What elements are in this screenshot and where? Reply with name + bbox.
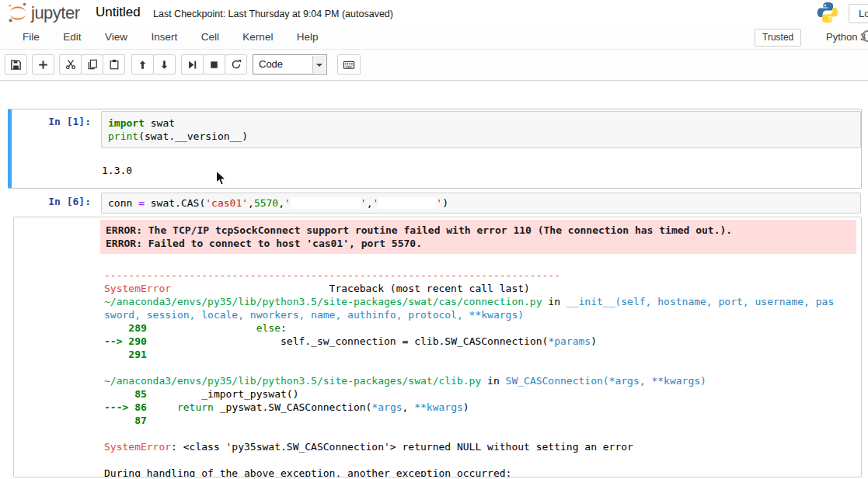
menu-help[interactable]: Help — [287, 26, 329, 48]
kernel-status-icon — [862, 30, 868, 42]
keyboard-icon — [343, 59, 355, 71]
input-prompt: In [1]: — [31, 116, 91, 127]
insert-cell-below-button[interactable] — [32, 54, 54, 75]
step-forward-icon — [187, 60, 197, 70]
chevron-down-icon — [312, 56, 326, 73]
mouse-cursor — [215, 170, 227, 187]
menu-kernel[interactable]: Kernel — [232, 26, 283, 48]
paste-icon — [109, 59, 120, 70]
toolbar: Code — [0, 50, 868, 81]
input-prompt: In [6]: — [31, 196, 91, 207]
output-scroll-area[interactable]: ERROR: The TCP/IP tcpSockConnect support… — [13, 217, 862, 477]
cut-cell-button[interactable] — [59, 54, 82, 75]
code-cell-input[interactable]: import swatprint(swat.__version__) — [101, 111, 861, 148]
menu-file[interactable]: File — [12, 26, 50, 48]
notebook-title[interactable]: Untitled — [96, 5, 141, 20]
python-logo-icon — [816, 1, 839, 24]
menu-edit[interactable]: Edit — [53, 26, 91, 48]
floppy-icon — [10, 59, 22, 71]
arrow-down-icon — [159, 60, 169, 70]
trusted-badge[interactable]: Trusted — [755, 29, 801, 47]
traceback-output: ----------------------------------------… — [104, 269, 856, 477]
cell-type-select[interactable]: Code — [253, 54, 327, 75]
menu-bar: File Edit View Insert Cell Kernel Help T… — [0, 26, 868, 50]
refresh-icon — [231, 59, 242, 70]
stop-icon — [209, 60, 219, 70]
jupyter-logo-icon — [8, 2, 28, 23]
code-editor: conn = swat.CAS('cas01',5570,'','') — [108, 196, 854, 210]
header: jupyter Untitled Last Checkpoint: Last T… — [0, 0, 868, 26]
notebook-area: In [1]: import swatprint(swat.__version_… — [0, 81, 868, 479]
menu-view[interactable]: View — [95, 26, 138, 48]
move-cell-up-button[interactable] — [131, 54, 154, 75]
scissors-icon — [65, 59, 76, 70]
kernel-name: Python 3 — [826, 31, 866, 43]
checkpoint-status: Last Checkpoint: Last Thursday at 9:04 P… — [153, 9, 393, 19]
menu-insert[interactable]: Insert — [141, 26, 187, 48]
arrow-up-icon — [138, 60, 148, 70]
jupyter-logo[interactable]: jupyter — [8, 2, 80, 23]
jupyter-notebook-app: jupyter Untitled Last Checkpoint: Last T… — [0, 0, 868, 479]
error-line: ERROR: The TCP/IP tcpSockConnect support… — [106, 224, 851, 237]
run-cell-button[interactable] — [181, 54, 204, 75]
move-cell-down-button[interactable] — [153, 54, 176, 75]
jupyter-logo-text: jupyter — [31, 3, 80, 23]
copy-cell-button[interactable] — [81, 54, 103, 75]
cell-type-value: Code — [259, 58, 283, 70]
logout-button[interactable]: Logout — [849, 4, 868, 23]
stderr-output: ERROR: The TCP/IP tcpSockConnect support… — [100, 220, 856, 254]
error-line: ERROR: Failed to connect to host 'cas01'… — [106, 237, 851, 250]
plus-icon — [38, 60, 48, 70]
restart-kernel-button[interactable] — [225, 54, 247, 75]
command-palette-button[interactable] — [337, 54, 361, 75]
code-editor: import swatprint(swat.__version__) — [108, 116, 854, 143]
interrupt-kernel-button[interactable] — [203, 54, 225, 75]
save-button[interactable] — [5, 54, 27, 75]
paste-cell-button[interactable] — [103, 54, 125, 75]
menu-cell[interactable]: Cell — [191, 26, 229, 48]
code-cell-input[interactable]: conn = swat.CAS('cas01',5570,'','') — [101, 193, 861, 213]
cell-output: 1.3.0 — [102, 165, 132, 176]
copy-icon — [87, 59, 98, 70]
